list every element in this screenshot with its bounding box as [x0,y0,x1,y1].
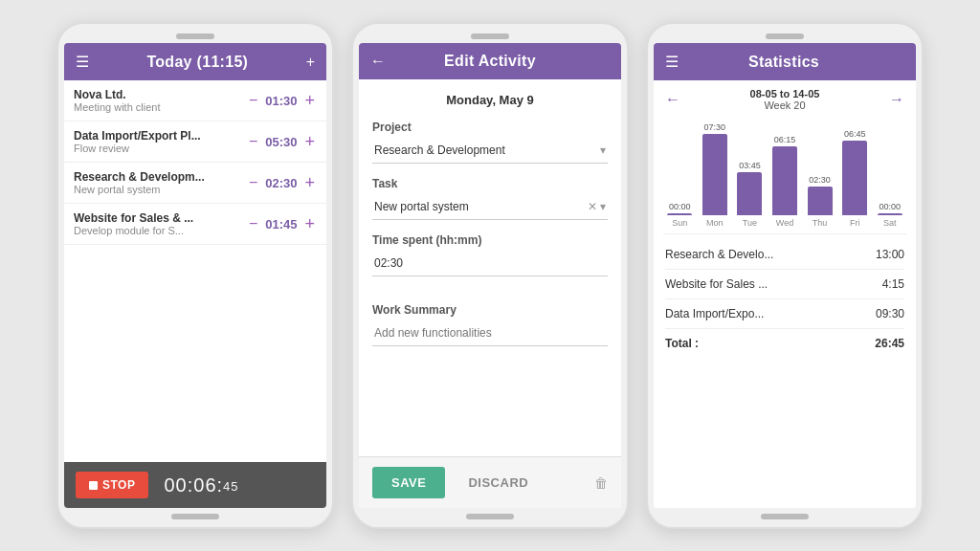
chart-prev-icon[interactable]: ← [665,91,680,108]
project-label: Project [372,121,608,134]
project-dropdown-icon: ▾ [600,143,606,157]
bar-column: 00:00 Sun [663,202,697,228]
stats-project-name: Research & Develo... [665,248,773,261]
stats-divider [663,233,906,234]
bar [737,172,762,215]
stop-button[interactable]: STOP [76,472,148,498]
phone2-title: Edit Activity [444,53,536,70]
project-select[interactable]: Research & Development ▾ [372,138,608,164]
bar-column: 02:30 Thu [803,175,836,228]
time-field: Time spent (hh:mm) [372,233,608,290]
activity-name: Data Import/Export Pl... [74,129,247,143]
add-activity-icon[interactable]: + [306,54,315,71]
bar [808,187,833,215]
phone1-content: ☰ Today (11:15) + Nova Ltd. Meeting with… [64,43,326,508]
bar [667,213,692,215]
edit-date: Monday, May 9 [372,93,608,107]
bar-time-label: 03:45 [739,161,761,170]
bar [772,146,797,215]
time-input[interactable] [372,251,608,276]
activity-info: Nova Ltd. Meeting with client [74,88,247,113]
phone3-header: ☰ Statistics [654,43,916,80]
phone1-header: ☰ Today (11:15) + [64,43,326,80]
phone1-title: Today (11:15) [146,54,248,71]
bar-time-label: 00:00 [669,202,691,211]
menu-icon-3[interactable]: ☰ [665,53,679,71]
stats-row: Research & Develo... 13:00 [665,240,904,270]
menu-icon-1[interactable]: ☰ [76,53,89,71]
activity-time: 05:30 [265,135,297,149]
chart-next-icon[interactable]: → [889,91,904,108]
bar-day-label: Fri [850,218,860,228]
summary-label: Work Summary [372,303,608,317]
bar-column: 06:15 Wed [768,135,802,228]
project-field: Project Research & Development ▾ [372,121,608,164]
increment-button[interactable]: + [302,214,317,234]
phone-home-3 [761,514,809,519]
phone-today: ☰ Today (11:15) + Nova Ltd. Meeting with… [56,22,334,529]
decrement-button[interactable]: − [247,174,259,191]
phone-speaker-3 [766,33,804,39]
bar-time-label: 00:00 [879,202,901,211]
phones-container: ☰ Today (11:15) + Nova Ltd. Meeting with… [0,0,980,551]
activity-sub: Flow review [74,143,247,154]
stop-icon [89,481,98,490]
bar-column: 07:30 Mon [699,122,732,228]
stats-row: Data Import/Expo... 09:30 [665,299,904,329]
stats-list: Research & Develo... 13:00 Website for S… [654,240,916,358]
stats-total-row: Total : 26:45 [665,329,904,358]
bar-day-label: Wed [776,218,793,228]
phone-stats: ☰ Statistics ← 08-05 to 14-05 Week 20 → … [646,22,924,529]
stats-total-label: Total : [665,337,699,350]
stop-label: STOP [102,478,135,492]
timer-bar: STOP 00:06:45 [64,462,326,508]
stats-row: Website for Sales ... 4:15 [665,270,904,299]
phone3-content: ☰ Statistics ← 08-05 to 14-05 Week 20 → … [654,43,916,508]
stats-project-time: 4:15 [882,277,904,291]
activity-item: Research & Developm... New portal system… [64,163,326,204]
activity-item: Website for Sales & ... Develop module f… [64,204,326,245]
phone2-content: ← Edit Activity Monday, May 9 Project Re… [359,43,621,508]
phone-edit: ← Edit Activity Monday, May 9 Project Re… [351,22,629,529]
activity-info: Data Import/Export Pl... Flow review [74,129,247,154]
summary-input[interactable] [372,320,608,346]
bar-column: 03:45 Tue [733,161,767,228]
edit-body: Monday, May 9 Project Research & Develop… [359,79,621,456]
bar-chart: 00:00 Sun 07:30 Mon 03:45 Tue 06:15 Wed … [654,113,916,228]
activity-name: Nova Ltd. [74,88,247,101]
increment-button[interactable]: + [302,91,317,111]
bar-column: 06:45 Fri [838,129,872,228]
save-button[interactable]: SAVE [372,467,445,498]
stats-project-time: 09:30 [876,307,904,320]
discard-button[interactable]: DISCARD [453,467,544,498]
decrement-button[interactable]: − [247,92,259,109]
activity-item: Nova Ltd. Meeting with client − 01:30 + [64,80,326,121]
stats-project-name: Website for Sales ... [665,277,768,291]
delete-icon[interactable]: 🗑 [594,475,608,491]
decrement-button[interactable]: − [247,215,259,232]
activity-sub: Meeting with client [74,101,247,113]
timer-display: 00:06:45 [164,474,238,496]
activity-name: Research & Developm... [74,170,247,184]
decrement-button[interactable]: − [247,133,259,150]
bar [702,134,727,215]
phone-home-1 [171,514,219,519]
phone2-header: ← Edit Activity [359,43,621,79]
time-label: Time spent (hh:mm) [372,233,608,247]
stats-project-name: Data Import/Expo... [665,307,764,320]
increment-button[interactable]: + [302,132,317,152]
activity-name: Website for Sales & ... [74,211,247,225]
stats-project-time: 13:00 [876,248,904,261]
task-value: New portal system [374,200,588,213]
back-icon[interactable]: ← [370,53,386,70]
activity-info: Research & Developm... New portal system [74,170,247,195]
increment-button[interactable]: + [302,173,317,193]
stats-total-time: 26:45 [875,337,904,350]
task-clear-icon[interactable]: ✕ ▾ [588,200,606,213]
activity-time: 02:30 [265,176,297,190]
summary-field: Work Summary [372,303,608,360]
phone-speaker-2 [471,33,509,39]
bar-time-label: 02:30 [809,175,831,185]
task-select[interactable]: New portal system ✕ ▾ [372,194,608,220]
activity-time: 01:30 [265,94,297,108]
